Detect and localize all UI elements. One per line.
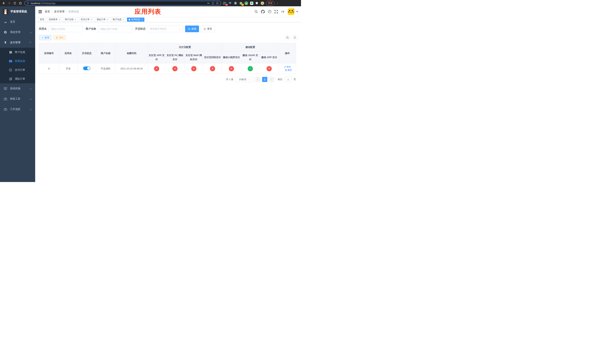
sidebar-item-pay-orders[interactable]: ¥ 支付订单 (0, 65, 35, 75)
page-content: 应用名 商户名称 开启状态 请选择开启状态 搜索 重置 (35, 22, 301, 182)
font-size-icon[interactable]: TT (281, 10, 285, 13)
enabled-toggle[interactable] (83, 66, 91, 70)
close-icon[interactable]: ✕ (107, 19, 108, 21)
status-cross-icon: ✕ (172, 66, 178, 71)
sidebar-item-infrastructure[interactable]: 基础设施 (0, 83, 35, 94)
avatar-dropdown-caret-icon[interactable] (296, 11, 298, 12)
sidebar-item-workflow[interactable]: 工作流程 (0, 104, 35, 114)
cell-created: 2021-10-23 08:49:25 (115, 64, 148, 74)
svg-text:T: T (281, 11, 282, 13)
cell-alipay-wap: ✕ (184, 64, 203, 74)
share-icon[interactable] (212, 2, 214, 5)
sidebar-item-payment[interactable]: ¥ 支付管理 (0, 37, 35, 48)
gem-extension-icon[interactable] (228, 1, 232, 5)
sidebar-fold-icon[interactable] (38, 10, 42, 14)
sidebar-item-home[interactable]: 首页 (0, 17, 35, 27)
site-info-icon[interactable] (27, 2, 29, 4)
y-extension-icon[interactable]: y (244, 1, 248, 5)
reload-icon[interactable] (13, 1, 17, 5)
tab-app-info[interactable]: 应用信息✕ (127, 18, 144, 22)
document-icon (9, 78, 12, 80)
tab-process-form[interactable]: 流程表单✕ (47, 18, 62, 22)
merchant-name-input[interactable] (98, 26, 132, 32)
tab-merchant-info[interactable]: 商户信息✕ (111, 18, 126, 22)
breadcrumb-home[interactable]: 首页 (45, 10, 50, 13)
sidebar-item-dev-tools[interactable]: 研发工具 (0, 94, 35, 104)
svg-text:¥: ¥ (10, 69, 11, 71)
fullscreen-icon[interactable] (274, 10, 278, 13)
add-button[interactable]: ＋新增 (39, 35, 52, 40)
cell-merchant: 芋道源码 (96, 64, 115, 74)
tab-pay-orders[interactable]: 支付订单✕ (79, 18, 94, 22)
svg-text:?: ? (269, 11, 270, 13)
url-bar[interactable]: localhost:1024/pay/app (24, 1, 221, 6)
close-icon[interactable]: ✕ (123, 19, 124, 21)
tab-home[interactable]: 首页 (38, 18, 46, 22)
user-avatar[interactable] (288, 8, 294, 15)
browser-update-button[interactable]: 更新 (266, 1, 275, 6)
password-key-icon[interactable] (207, 2, 210, 5)
col-app-name: 应用名 (59, 43, 77, 64)
toggle-search-button[interactable] (285, 35, 290, 40)
reset-button[interactable]: 重置 (201, 26, 215, 32)
prev-page-button[interactable]: ‹ (255, 77, 260, 82)
grid-icon (9, 60, 12, 62)
extensions-puzzle-icon[interactable] (255, 1, 259, 5)
sidebar-item-label: 基础设施 (10, 87, 27, 90)
close-icon[interactable]: ✕ (141, 19, 143, 21)
breadcrumb-payment[interactable]: 支付管理 (54, 10, 64, 13)
bookmark-star-icon[interactable] (216, 2, 219, 5)
profile-avatar-icon[interactable] (260, 1, 264, 5)
status-cross-icon: ✕ (229, 66, 234, 71)
sidebar-item-label: 商户信息 (15, 51, 25, 54)
sidebar-item-label: 系统管理 (10, 31, 27, 34)
export-button[interactable]: 导出 (53, 35, 66, 40)
sidebar-item-system[interactable]: 系统管理 (0, 27, 35, 37)
sidebar-item-refund-orders[interactable]: 退款订单 (0, 75, 35, 83)
page-size-select[interactable]: 10条/页 (235, 77, 253, 82)
close-icon[interactable]: ✕ (91, 19, 92, 21)
recorder-extension-icon[interactable]: 1 (239, 1, 243, 5)
page-1-button[interactable]: 1 (262, 77, 267, 82)
goto-page-input[interactable] (284, 77, 292, 82)
sidebar-item-label: 支付订单 (15, 68, 25, 72)
forward-icon[interactable] (7, 1, 11, 5)
cell-alipay-qr: ✕ (203, 64, 222, 74)
payment-submenu: 商户信息 应用信息 ¥ 支付订单 (0, 48, 35, 83)
app-name-input[interactable] (49, 26, 83, 32)
merchant-name-label: 商户名称 (86, 27, 96, 31)
tab-refund-orders[interactable]: 退款订单✕ (95, 18, 110, 22)
help-icon[interactable]: ? (268, 10, 271, 13)
toolbox-icon (4, 97, 7, 100)
back-icon[interactable] (1, 1, 6, 5)
svg-text:⌘: ⌘ (235, 2, 236, 4)
close-icon[interactable]: ✕ (59, 19, 60, 21)
browser-menu-icon[interactable]: ⋮ (276, 2, 279, 5)
col-wechat-lite: 微信小程序支付 (222, 51, 241, 64)
breadcrumb-separator: / (52, 10, 52, 13)
close-icon[interactable]: ✕ (75, 19, 76, 21)
chevron-up-icon (29, 42, 32, 44)
table-toolbar: ＋新增 导出 (39, 35, 298, 40)
breadcrumb-separator: / (66, 10, 67, 13)
sidebar-item-label: 退款订单 (15, 77, 25, 81)
edit-link[interactable]: 修改 (284, 65, 291, 68)
col-created: 创建时间 (115, 43, 148, 64)
sidebar-item-merchant-info[interactable]: 商户信息 (0, 48, 35, 57)
chat-extension-icon[interactable] (250, 1, 253, 5)
tab-user-group[interactable]: 用户分组✕ (63, 18, 78, 22)
app-logo-row[interactable]: 芋道管理系统 (0, 6, 35, 17)
search-icon[interactable] (254, 10, 258, 13)
status-select[interactable]: 请选择开启状态 (147, 26, 183, 32)
next-page-button[interactable]: › (269, 77, 274, 82)
home-icon[interactable] (18, 1, 22, 5)
tab-manager-extension-icon[interactable]: 10 (223, 1, 226, 5)
command-extension-icon[interactable]: ⌘ (234, 1, 237, 5)
col-actions: 操作 (279, 43, 296, 64)
github-icon[interactable] (261, 10, 265, 13)
refresh-button[interactable] (292, 35, 298, 40)
delete-link[interactable]: 删除 (285, 68, 292, 72)
sidebar-item-label: 应用信息 (15, 59, 25, 63)
search-button[interactable]: 搜索 (185, 26, 199, 32)
sidebar-item-app-info[interactable]: 应用信息 (0, 57, 35, 65)
